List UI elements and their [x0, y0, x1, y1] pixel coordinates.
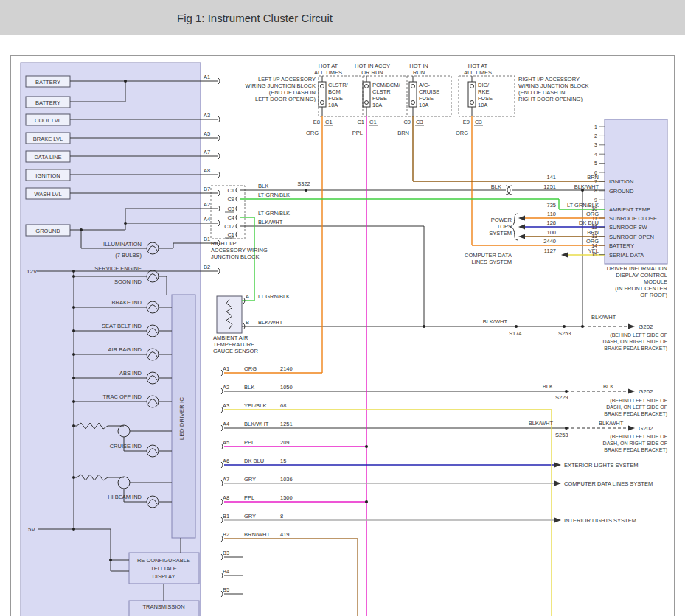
connector-circuit: 15 [280, 458, 286, 464]
left-block-label: LEFT DOOR OPENING) [255, 96, 316, 102]
connector-color: PPL [244, 439, 254, 446]
splice-s322: S322 [297, 181, 310, 187]
dic-pin-label: BATTERY [609, 242, 634, 249]
junction-wire-label: BLK [258, 183, 268, 189]
cluster-edge-pin-B1: B1 [204, 236, 210, 242]
fuse-label: CLSTR [372, 88, 391, 95]
indicator-label: TRAC OFF IND [103, 393, 142, 400]
cluster-edge-pin-A2: A2 [204, 201, 210, 208]
fuse-label: 10A [328, 102, 338, 108]
cluster-pin-box-label: BATTERY [35, 79, 60, 85]
dic-wire-circuit: 735 [546, 202, 556, 209]
connector-circuit: 1050 [280, 384, 293, 391]
connector-circuit: 1251 [280, 421, 293, 427]
dic-wire-color: DK BLU [579, 220, 599, 226]
sensor-wire-a: LT GRN/BLK [258, 293, 290, 300]
connector-color: BLK/WHT [244, 421, 269, 427]
power-tops-label: SYSTEM [489, 230, 512, 237]
led-driver-ic-label: LED DRIVER IC [178, 397, 185, 440]
dic-wire-color: LT GRN/BLK [567, 202, 599, 209]
connector-color: DK BLU [244, 458, 264, 464]
splice-s253: S253 [558, 330, 571, 337]
dic-wire-circuit: 128 [546, 220, 556, 226]
ground-note: (BEHIND LEFT SIDE OF [610, 398, 667, 404]
connector-ref: C1 [325, 119, 333, 125]
junction-pin: C4 [227, 214, 234, 221]
connector-pin-A4: A4 [223, 421, 229, 427]
ground-wire-label: BLK/WHT [529, 420, 554, 427]
dic-wire-color: YEL [588, 248, 599, 254]
connector-ref: C1 [369, 119, 377, 125]
connector-circuit: 8 [280, 513, 283, 519]
dic-pin-label: SUNROOF SW [609, 224, 648, 231]
connector-pin-A6: A6 [223, 458, 229, 464]
connector-ref: E9 [463, 119, 470, 125]
dic-wire-circuit: 1127 [544, 248, 556, 254]
fuse-label: PCM/BCM/ [372, 82, 400, 88]
dic-pin-label: AMBIENT TEMP [609, 206, 650, 213]
junction-wire-label: LT GRN/BLK [258, 192, 290, 198]
cluster-edge-pin-A5: A5 [204, 130, 210, 137]
ground-wire-label: BLK [603, 383, 613, 390]
connector-circuit: 1036 [280, 476, 293, 483]
connector-ref: C9 [403, 119, 411, 125]
ground-note: BRAKE PEDAL BRACKET) [604, 346, 667, 351]
interior-lights-label: INTERIOR LIGHTS SYSTEM [564, 517, 636, 524]
dic-wire-circuit: 141 [546, 174, 556, 181]
fuse-label: 10A [372, 102, 382, 108]
telltale-label: DISPLAY [152, 573, 175, 580]
wire-color-label: BRN [397, 130, 409, 136]
junction-pin: C9 [227, 196, 234, 203]
illumination-label: (7 BULBS) [115, 252, 142, 259]
connector-circuit: 419 [280, 531, 290, 538]
fuse-label: FUSE [372, 95, 387, 102]
junction-caption: JUNCTION BLOCK [211, 253, 259, 260]
indicator-label: AIR BAG IND [108, 346, 142, 353]
indicator-label: ABS IND [119, 370, 142, 377]
sensor-wire-b: BLK/WHT [258, 319, 283, 326]
dic-wire-circuit: 1251 [543, 183, 556, 190]
dic-pin-label: SUNROOF CLOSE [609, 215, 657, 222]
connector-ref: C3 [475, 119, 482, 125]
ground-g202: G202 [639, 425, 653, 432]
illumination-label: ILLUMINATION [103, 241, 142, 248]
cluster-pin-box-label: WASH LVL [34, 191, 61, 197]
connector-pin-B4: B4 [223, 568, 229, 575]
junction-pin: C12 [224, 223, 234, 230]
ground-note: BRAKE PEDAL BRACKET) [604, 411, 667, 417]
dic-caption: DRIVER INFORMATION [607, 265, 667, 272]
sensor-caption: TEMPERATURE [213, 341, 254, 348]
junction-caption: ACCESSORY WIRING [211, 247, 268, 253]
ground-wire-label: BLK/WHT [591, 314, 616, 321]
cluster-edge-pin-A3: A3 [204, 112, 210, 119]
cluster-edge-pin-A8: A8 [204, 167, 210, 174]
junction-pin: C1 [227, 187, 234, 194]
dic-pin-label: GROUND [609, 188, 634, 195]
cluster-pin-box-label: DATA LINE [34, 154, 61, 161]
connector-pin-B2: B2 [223, 531, 229, 538]
sensor-pin-a: A [246, 293, 249, 300]
junction-wire-label: BLK/WHT [258, 219, 283, 225]
connector-color: GRY [244, 476, 256, 483]
hot-label: ALL TIMES [464, 69, 492, 76]
ground-wire-label: BLK [543, 383, 553, 390]
dic-wire-color: ORG [586, 238, 599, 245]
dic-wire-circuit: 2440 [543, 238, 556, 245]
connector-color: BRN/WHT [244, 531, 270, 538]
header-bar [0, 0, 685, 35]
connector-circuit: 1500 [280, 494, 293, 501]
right-block-label: WIRING JUNCTION BLOCK [518, 83, 588, 89]
computer-data-label: LINES SYSTEM [471, 259, 512, 265]
connector-color: BLK [244, 384, 254, 391]
telltale-label: RE-CONFIGURABLE [137, 557, 190, 564]
indicator-label: SEAT BELT IND [102, 323, 142, 329]
connector-circuit: 209 [280, 439, 290, 446]
left-block-label: WIRING JUNCTION BLOCK [246, 83, 316, 89]
fuse-label: RKE [478, 88, 489, 95]
dic-pin-label: SUNROOF OPEN [609, 234, 654, 240]
power-tops-label: TOPS [497, 223, 512, 230]
fuse-label: FUSE [478, 95, 493, 102]
dic-wire-circuit: 110 [547, 211, 556, 217]
connector-pin-A2: A2 [223, 384, 229, 391]
splice-s174: S174 [509, 330, 522, 337]
